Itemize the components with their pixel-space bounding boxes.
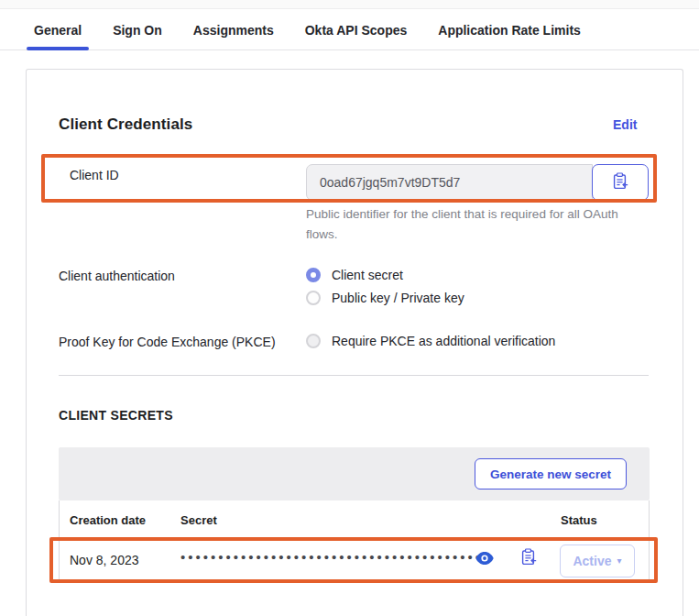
client-id-label: Client ID — [70, 168, 119, 182]
radio-public-private-key-label: Public key / Private key — [332, 291, 464, 305]
auth-option-public-private-key: Public key / Private key — [306, 291, 464, 305]
tab-assignments[interactable]: Assignments — [193, 9, 274, 50]
auth-option-client-secret: Client secret — [306, 268, 403, 282]
pkce-checkbox-label: Require PKCE as additional verification — [332, 334, 555, 348]
settings-card: Client Credentials Edit Client ID — [26, 69, 683, 616]
copy-secret-button[interactable] — [517, 546, 541, 570]
client-authentication-label: Client authentication — [59, 269, 175, 283]
clipboard-copy-icon — [613, 172, 628, 192]
pkce-checkbox[interactable] — [306, 334, 321, 348]
column-header-secret: Secret — [180, 513, 217, 527]
pkce-option-row: Require PKCE as additional verification — [306, 334, 555, 348]
page-top-strip — [0, 0, 699, 9]
radio-public-private-key[interactable] — [306, 291, 321, 305]
client-id-input[interactable] — [306, 164, 593, 201]
radio-client-secret[interactable] — [306, 268, 321, 282]
client-id-copy-button[interactable] — [592, 164, 649, 201]
secret-status-dropdown[interactable]: Active ▾ — [560, 544, 635, 578]
secret-masked-value: •••••••••••••••••••••••••••••••••••••••• — [180, 549, 483, 565]
tab-sign-on[interactable]: Sign On — [113, 9, 162, 50]
tab-okta-api-scopes[interactable]: Okta API Scopes — [305, 9, 408, 50]
clipboard-copy-icon — [521, 548, 537, 568]
client-id-help-text: Public identifier for the client that is… — [306, 204, 627, 245]
pkce-label: Proof Key for Code Exchange (PKCE) — [59, 335, 276, 349]
section-divider — [59, 375, 649, 376]
client-secrets-heading: CLIENT SECRETS — [59, 408, 173, 423]
tab-bar: General Sign On Assignments Okta API Sco… — [0, 9, 699, 50]
okta-app-settings-page: General Sign On Assignments Okta API Sco… — [0, 0, 699, 616]
reveal-secret-button[interactable] — [473, 547, 497, 571]
secret-creation-date: Nov 8, 2023 — [70, 553, 139, 567]
edit-link[interactable]: Edit — [613, 117, 637, 132]
generate-new-secret-button[interactable]: Generate new secret — [475, 458, 627, 490]
client-credentials-title: Client Credentials — [59, 116, 192, 134]
client-secrets-toolbar: Generate new secret — [59, 447, 650, 500]
column-header-creation-date: Creation date — [70, 513, 146, 527]
eye-icon — [475, 552, 494, 567]
secret-status-value: Active — [573, 554, 611, 568]
column-header-status: Status — [561, 513, 597, 527]
chevron-down-icon: ▾ — [617, 556, 622, 566]
radio-client-secret-label: Client secret — [332, 268, 403, 282]
tab-application-rate-limits[interactable]: Application Rate Limits — [438, 9, 581, 50]
client-id-group — [306, 164, 649, 201]
tab-general[interactable]: General — [34, 9, 82, 50]
